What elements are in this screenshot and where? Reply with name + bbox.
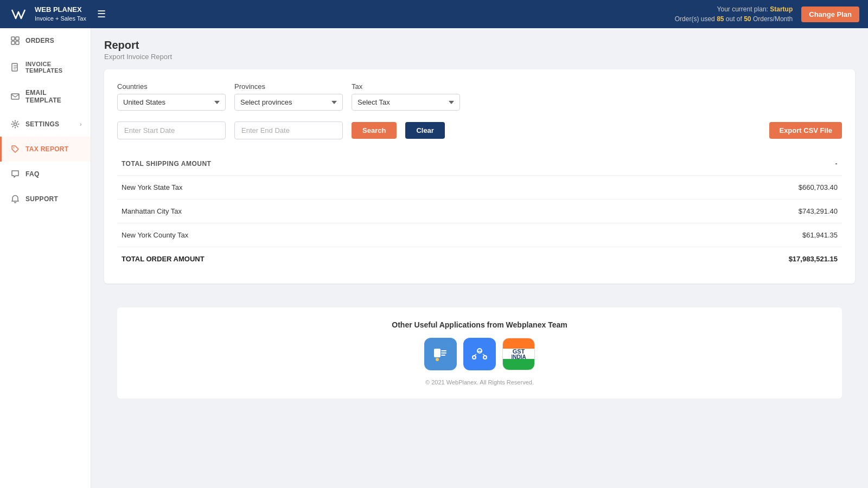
table-row: Manhattan City Tax $743,291.40 [117,200,842,223]
sidebar-label-tax-report: TAX REPORT [25,145,68,153]
search-button[interactable]: Search [352,122,397,139]
svg-rect-3 [11,41,15,44]
change-plan-button[interactable]: Change Plan [801,7,859,22]
sidebar-item-invoice-templates[interactable]: INVOICE TEMPLATES [0,53,91,81]
header-right: Your current plan: Startup Order(s) used… [675,4,859,24]
chat-icon [10,169,20,179]
file-icon [10,62,20,72]
orders-limit: 50 [744,15,751,23]
app-icon-gst[interactable]: GST INDIA [502,338,535,370]
row-label: New York County Tax [117,223,574,247]
export-csv-button[interactable]: Export CSV File [769,122,842,139]
start-date-input[interactable] [117,121,226,139]
page-subtitle: Export Invoice Report [104,53,855,61]
main-content: Report Export Invoice Report Countries U… [91,28,868,488]
grid-icon [10,36,20,46]
row-label: Manhattan City Tax [117,200,574,223]
end-date-input[interactable] [234,121,343,139]
chevron-right-icon: › [80,121,82,127]
plan-name: Startup [770,5,793,13]
logo-text: WEB PLANEX Invoice + Sales Tax [35,5,86,22]
orders-used: 85 [717,15,724,23]
app-icon-1[interactable] [424,338,457,370]
svg-rect-4 [16,41,19,44]
countries-label: Countries [117,82,226,91]
svg-point-8 [14,147,15,149]
email-icon [10,92,20,101]
countries-filter-group: Countries United States Canada United Ki… [117,82,226,111]
table-row-total: TOTAL ORDER AMOUNT $17,983,521.15 [117,247,842,271]
tax-filter-group: Tax Select Tax [352,82,460,111]
tax-label: Tax [352,82,460,91]
row-value: $61,941.35 [574,223,842,247]
sidebar-item-email-template[interactable]: EMAIL TEMPLATE [0,81,91,112]
filter-row: Countries United States Canada United Ki… [117,82,842,111]
sidebar-item-support[interactable]: SUPPORT [0,187,91,211]
sidebar-label-invoice-templates: INVOICE TEMPLATES [25,61,82,74]
svg-point-11 [436,358,439,361]
countries-select[interactable]: United States Canada United Kingdom Aust… [117,94,226,111]
app-icon-2[interactable] [463,338,496,370]
table-row: New York County Tax $61,941.35 [117,223,842,247]
sidebar-item-faq[interactable]: FAQ [0,162,91,187]
svg-rect-12 [469,343,490,365]
sidebar-item-orders[interactable]: ORDERS [0,28,91,53]
provinces-filter-group: Provinces Select provinces [234,82,343,111]
footer-apps-title: Other Useful Applications from Webplanex… [130,320,829,329]
row-value: $743,291.40 [574,200,842,223]
total-label: TOTAL ORDER AMOUNT [117,247,574,271]
logo-icon [9,4,28,24]
sidebar-label-support: SUPPORT [25,195,58,203]
table-row: TOTAL SHIPPING AMOUNT - [117,152,842,176]
svg-point-7 [14,123,17,126]
footer-section: Other Useful Applications from Webplanex… [104,294,855,412]
tax-select[interactable]: Select Tax [352,94,460,111]
provinces-label: Provinces [234,82,343,91]
row-value: $660,703.40 [574,176,842,200]
header-left: WEB PLANEX Invoice + Sales Tax ☰ [9,4,106,24]
hamburger-menu[interactable]: ☰ [97,8,106,20]
row-label: New York State Tax [117,176,574,200]
date-row: Search Clear Export CSV File [117,121,842,139]
sidebar-label-faq: FAQ [25,170,40,178]
svg-rect-2 [16,37,19,40]
page-title: Report [104,39,855,52]
sidebar-label-email-template: EMAIL TEMPLATE [25,89,82,104]
row-label: TOTAL SHIPPING AMOUNT [117,152,574,176]
sidebar-item-tax-report[interactable]: TAX REPORT [0,137,91,162]
provinces-select[interactable]: Select provinces [234,94,343,111]
bell-icon [10,194,20,204]
sidebar-label-settings: SETTINGS [25,120,59,128]
app-layout: ORDERS INVOICE TEMPLATES EMAIL TEMPLATE … [0,28,868,488]
svg-rect-10 [434,349,441,357]
svg-rect-0 [9,4,28,24]
clear-button[interactable]: Clear [405,122,445,139]
svg-rect-6 [11,94,19,99]
table-row: New York State Tax $660,703.40 [117,176,842,200]
copyright-text: © 2021 WebPlanex. All Rights Reserved. [130,379,829,386]
app-header: WEB PLANEX Invoice + Sales Tax ☰ Your cu… [0,0,868,28]
footer-apps: GST INDIA [130,338,829,370]
sidebar-label-orders: ORDERS [25,37,54,44]
svg-rect-1 [11,37,15,40]
gear-icon [10,119,20,129]
tag-icon [10,144,20,154]
sidebar-item-settings[interactable]: SETTINGS › [0,112,91,137]
report-card: Countries United States Canada United Ki… [104,69,855,284]
report-table: TOTAL SHIPPING AMOUNT - New York State T… [117,152,842,271]
row-value: - [574,152,842,176]
plan-info: Your current plan: Startup Order(s) used… [675,4,793,24]
total-value: $17,983,521.15 [574,247,842,271]
sidebar: ORDERS INVOICE TEMPLATES EMAIL TEMPLATE … [0,28,91,488]
